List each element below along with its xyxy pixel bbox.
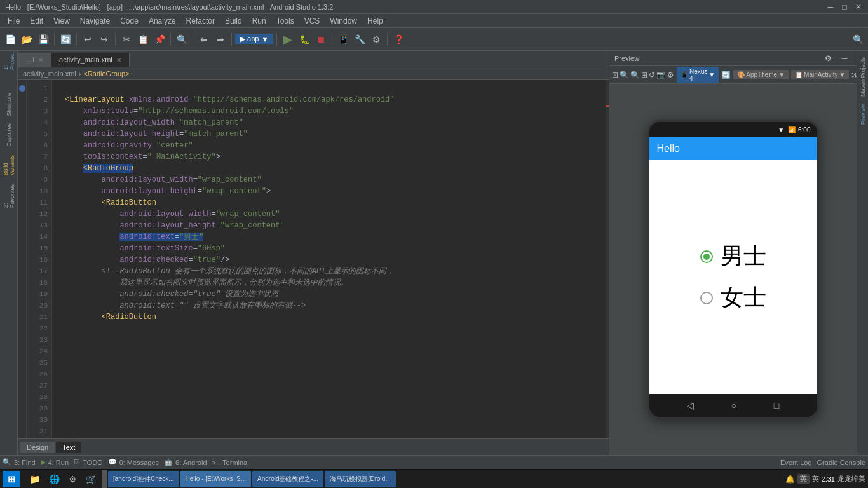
toolbar-sep6 xyxy=(231,33,232,46)
taskbar-ime[interactable]: 英 xyxy=(797,474,810,484)
radio-option-male: 男士 xyxy=(700,241,766,272)
run-btn[interactable]: ▶ 4: Run xyxy=(41,458,69,466)
android-icon: 🤖 xyxy=(164,458,173,466)
toolbar-copy[interactable]: 📋 xyxy=(135,32,151,47)
menu-code[interactable]: Code xyxy=(115,15,144,27)
taskbar-notification[interactable]: 🔔 xyxy=(785,475,795,484)
start-button[interactable]: ⊞ xyxy=(3,471,20,487)
preview-zoom-out[interactable]: 🔍 xyxy=(630,68,640,82)
toolbar-paste[interactable]: 📌 xyxy=(152,32,167,47)
taskbar-settings[interactable]: ⚙ xyxy=(65,471,81,487)
right-edge-maven[interactable]: Maven Projects xyxy=(860,53,866,100)
taskbar-user[interactable]: 龙龙绰美 xyxy=(837,474,865,484)
toolbar-undo[interactable]: ↩ xyxy=(80,32,95,47)
radio-label-male: 男士 xyxy=(721,241,766,272)
menu-tools[interactable]: Tools xyxy=(271,15,299,27)
menu-run[interactable]: Run xyxy=(247,15,271,27)
toolbar-sdk[interactable]: 🔧 xyxy=(352,32,367,47)
terminal-label: Terminal xyxy=(222,459,249,466)
code-content[interactable]: <LinearLayout xmlns:android="http://sche… xyxy=(60,80,606,438)
menu-vcs[interactable]: VCS xyxy=(299,15,325,27)
nav-home[interactable]: ○ xyxy=(731,400,736,410)
toolbar-sync[interactable]: 🔄 xyxy=(58,32,73,47)
preview-zoom-in[interactable]: 🔍 xyxy=(620,68,629,82)
menu-build[interactable]: Build xyxy=(220,15,247,27)
sidebar-icon-structure[interactable]: Structure xyxy=(1,97,17,112)
event-log-btn[interactable]: Event Log xyxy=(780,459,812,466)
menu-file[interactable]: File xyxy=(3,15,25,27)
menu-view[interactable]: View xyxy=(48,15,75,27)
toolbar-help[interactable]: ❓ xyxy=(391,32,406,47)
tab-text[interactable]: Text xyxy=(56,442,81,453)
preview-orient[interactable]: 🔄 xyxy=(721,68,731,82)
toolbar-search[interactable]: 🔍 xyxy=(174,32,189,47)
android-btn[interactable]: 🤖 6: Android xyxy=(164,458,207,466)
preview-screenshot[interactable]: 📷 xyxy=(656,68,666,82)
toolbar-nav-back[interactable]: ⬅ xyxy=(196,32,212,47)
file-tab-prev-close[interactable]: ✕ xyxy=(38,57,43,64)
nav-recents[interactable]: □ xyxy=(774,400,779,410)
sidebar-icon-project[interactable]: 1: Project xyxy=(1,53,17,69)
menu-refactor[interactable]: Refactor xyxy=(181,15,220,27)
debug-button[interactable]: 🐛 xyxy=(297,32,312,47)
toolbar-new[interactable]: 📄 xyxy=(3,32,18,47)
toolbar-save[interactable]: 💾 xyxy=(36,32,51,47)
toolbar-avd[interactable]: 📱 xyxy=(336,32,351,47)
file-tab-active[interactable]: activity_main.xml ✕ xyxy=(51,53,130,67)
menu-help[interactable]: Help xyxy=(362,15,388,27)
taskbar-app-android-tut[interactable]: Android基础教程之-... xyxy=(252,471,323,487)
taskbar-store[interactable]: 🛒 xyxy=(82,471,100,487)
sidebar-icon-favorites[interactable]: 2: Favorites xyxy=(1,188,17,203)
taskbar-chrome[interactable]: 🌐 xyxy=(45,471,64,487)
taskbar-ime2[interactable]: 英 xyxy=(812,474,819,484)
messages-btn[interactable]: 💬 0: Messages xyxy=(108,458,159,466)
sidebar-icon-build-variants[interactable]: Build Variants xyxy=(1,158,17,173)
preview-zoom-fit[interactable]: ⊡ xyxy=(612,68,618,82)
menu-analyze[interactable]: Analyze xyxy=(144,15,181,27)
file-tab-active-label: activity_main.xml xyxy=(59,56,112,64)
preview-activity-label: MainActivity xyxy=(804,71,837,78)
taskbar-explorer[interactable]: 📁 xyxy=(25,471,44,487)
file-tab-active-close[interactable]: ✕ xyxy=(116,57,121,64)
preview-activity-dropdown[interactable]: 📋 MainActivity ▼ xyxy=(791,70,849,79)
nav-back[interactable]: ◁ xyxy=(687,400,694,410)
radio-circle-female[interactable] xyxy=(700,292,713,304)
phone-status-bar: ▼ 📶 6:00 xyxy=(649,122,817,137)
right-edge-preview[interactable]: Preview xyxy=(860,100,866,128)
toolbar-search-right[interactable]: 🔍 xyxy=(850,32,865,47)
preview-theme-dropdown[interactable]: 🎨 AppTheme ▼ xyxy=(733,70,789,79)
file-tab-prev[interactable]: ...ll ✕ xyxy=(18,53,51,67)
taskbar-app-android-check[interactable]: [android]控件Check... xyxy=(108,471,179,487)
menu-window[interactable]: Window xyxy=(325,15,362,27)
preview-zoom-orig[interactable]: ⊞ xyxy=(641,68,648,82)
preview-close-btn[interactable]: ─ xyxy=(837,51,851,65)
close-button[interactable]: ✕ xyxy=(854,3,863,11)
todo-btn[interactable]: ☑ TODO xyxy=(74,458,103,466)
preview-device-arrow: ▼ xyxy=(709,71,715,78)
maximize-button[interactable]: □ xyxy=(840,3,849,11)
radio-circle-male[interactable] xyxy=(700,250,713,263)
stop-button[interactable]: ⏹ xyxy=(313,32,329,47)
gradle-console-btn[interactable]: Gradle Console xyxy=(817,459,865,466)
toolbar-cut[interactable]: ✂ xyxy=(119,32,134,47)
breakpoint-indicator xyxy=(19,85,25,92)
taskbar-app-haima[interactable]: 海马玩模拟器(Droid... xyxy=(325,471,396,487)
menu-navigate[interactable]: Navigate xyxy=(75,15,115,27)
preview-settings-btn[interactable]: ⚙ xyxy=(821,51,835,65)
menu-edit[interactable]: Edit xyxy=(25,15,48,27)
preview-device-dropdown[interactable]: 📱 Nexus 4 ▼ xyxy=(677,67,719,83)
find-btn[interactable]: 🔍 3: Find xyxy=(3,458,36,466)
toolbar-settings[interactable]: ⚙ xyxy=(369,32,384,47)
toolbar-redo[interactable]: ↪ xyxy=(97,32,112,47)
taskbar-app-hello[interactable]: Hello - [E:\Works_S... xyxy=(180,471,251,487)
preview-refresh[interactable]: ↺ xyxy=(649,68,655,82)
minimize-button[interactable]: ─ xyxy=(826,3,835,11)
sidebar-icon-captures[interactable]: Captures xyxy=(1,127,17,142)
tab-design[interactable]: Design xyxy=(20,442,55,453)
run-button[interactable]: ▶ xyxy=(280,32,295,47)
terminal-btn[interactable]: >_ Terminal xyxy=(212,459,249,466)
preview-extra[interactable]: ⚙ xyxy=(667,68,674,82)
toolbar-nav-fwd[interactable]: ➡ xyxy=(213,32,228,47)
toolbar-open[interactable]: 📂 xyxy=(19,32,34,47)
app-dropdown[interactable]: ▶ app ▼ xyxy=(235,34,273,44)
